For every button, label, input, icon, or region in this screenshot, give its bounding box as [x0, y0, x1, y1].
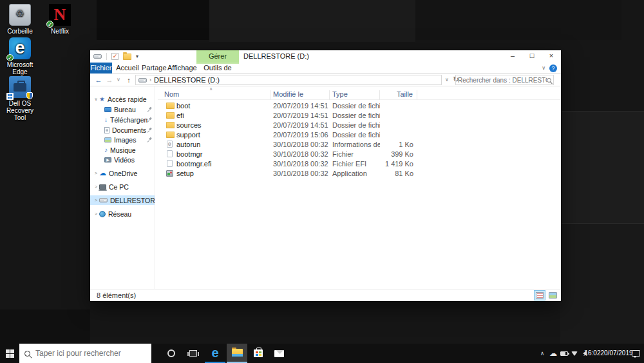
file-row-sources[interactable]: sources 20/07/2019 14:51 Dossier de fich…	[158, 120, 561, 130]
breadcrumb-chevron-icon: ›	[149, 77, 151, 83]
address-bar[interactable]: › DELLRESTORE (D:)	[135, 75, 442, 85]
forward-button[interactable]: →	[104, 74, 115, 86]
chevron-right-icon[interactable]: >	[93, 171, 99, 175]
battery-icon[interactable]	[559, 344, 569, 363]
help-icon[interactable]: ?	[549, 64, 557, 72]
sidebar-item-telechargements[interactable]: ↓ Téléchargements	[90, 115, 155, 124]
edge-icon: e	[211, 346, 218, 360]
sidebar-item-acces-rapide[interactable]: ∨ ★ Accès rapide	[90, 94, 155, 104]
tab-partage[interactable]: Partage	[142, 63, 166, 74]
column-header-modifie-le[interactable]: Modifié le	[270, 90, 330, 100]
manage-contextual-tab[interactable]: Gérer	[196, 50, 239, 63]
cortana-button[interactable]	[162, 344, 180, 363]
desktop-icon-microsoft-edge[interactable]: e ✓ Microsoft Edge	[0, 37, 40, 75]
onedrive-cloud-icon: ☁	[99, 169, 106, 177]
file-modified: 20/07/2019 14:51	[270, 121, 330, 129]
sidebar-item-documents[interactable]: Documents	[90, 125, 155, 135]
action-center-button[interactable]	[627, 344, 644, 363]
task-view-button[interactable]	[184, 344, 202, 363]
window-content: ∨ ★ Accès rapide Bureau ↓ Téléchargement…	[90, 86, 561, 289]
recent-locations-chevron-icon[interactable]: ∨	[115, 74, 122, 86]
window-title: DELLRESTORE (D:)	[243, 50, 309, 63]
column-header-type[interactable]: Type	[330, 90, 380, 100]
chevron-right-icon[interactable]: >	[93, 198, 99, 202]
taskbar-edge-button[interactable]: e	[205, 344, 225, 363]
sidebar-item-onedrive[interactable]: > ☁ OneDrive	[90, 168, 155, 178]
wifi-icon[interactable]	[569, 344, 580, 363]
netflix-letter: N	[54, 5, 66, 24]
column-header-taille[interactable]: Taille	[380, 90, 417, 100]
pane-separator[interactable]	[155, 86, 155, 289]
tab-outils-de-lecteur[interactable]: Outils de lecteur	[196, 63, 239, 74]
column-header-nom[interactable]: Nom	[158, 90, 270, 100]
windows-logo-icon	[6, 349, 14, 358]
sidebar-item-bureau[interactable]: Bureau	[90, 104, 155, 114]
file-row-setup[interactable]: setup 30/10/2018 00:32 Application 81 Ko	[158, 168, 561, 178]
sidebar-item-reseau[interactable]: > Réseau	[90, 209, 155, 219]
quick-access-star-icon: ★	[99, 95, 105, 103]
tab-affichage[interactable]: Affichage	[167, 63, 194, 74]
taskbar-clock[interactable]: 16:02 20/07/2019	[590, 344, 627, 363]
wallpaper-tile	[560, 224, 644, 344]
chevron-down-icon[interactable]: ∨	[93, 97, 99, 102]
file-type: Dossier de fichiers	[330, 112, 380, 119]
taskbar-mail-button[interactable]	[269, 344, 289, 363]
sidebar-item-musique[interactable]: ♪ Musique	[90, 145, 155, 155]
file-row-boot[interactable]: boot 20/07/2019 14:51 Dossier de fichier…	[158, 101, 561, 110]
address-dropdown-chevron-icon[interactable]: ∨	[443, 75, 451, 85]
desktop-icon-recycle-bin[interactable]: ♻ Corbeille	[0, 4, 40, 35]
file-row-autorun[interactable]: ⚙ autorun 30/10/2018 00:32 Informations …	[158, 139, 561, 149]
chevron-right-icon[interactable]: >	[93, 211, 99, 216]
tab-accueil[interactable]: Accueil	[116, 63, 139, 74]
file-list: ∧ Nom Modifié le Type Taille boot 20/07/…	[158, 86, 561, 289]
sidebar-item-images[interactable]: Images	[90, 135, 155, 144]
back-button[interactable]: ←	[93, 74, 104, 86]
file-icon	[167, 150, 173, 157]
tab-fichier[interactable]: Fichier	[90, 63, 112, 74]
minimize-button[interactable]: –	[503, 50, 522, 63]
file-row-bootmgr-efi[interactable]: bootmgr.efi 30/10/2018 00:32 Fichier EFI…	[158, 159, 561, 168]
chevron-right-icon[interactable]: >	[93, 184, 99, 189]
taskbar-store-button[interactable]	[249, 344, 268, 363]
sidebar-item-ce-pc[interactable]: > Ce PC	[90, 182, 155, 191]
desktop-icon-dell-os-recovery-tool[interactable]: Dell OS Recovery Tool	[0, 76, 40, 121]
file-row-support[interactable]: support 20/07/2019 15:06 Dossier de fich…	[158, 130, 561, 139]
hidden-icons-chevron-icon[interactable]: ∧	[537, 344, 547, 363]
close-button[interactable]: ×	[542, 50, 561, 63]
onedrive-tray-icon[interactable]: ☁	[547, 344, 559, 363]
folder-icon	[166, 112, 175, 119]
file-row-bootmgr[interactable]: bootmgr 30/10/2018 00:32 Fichier 399 Ko	[158, 149, 561, 159]
breadcrumb[interactable]: DELLRESTORE (D:)	[154, 76, 220, 84]
new-folder-button[interactable]	[123, 54, 131, 60]
application-icon	[166, 170, 173, 177]
title-bar[interactable]: ✓ ▾ Gérer DELLRESTORE (D:) – □ ×	[90, 50, 561, 63]
notification-icon	[632, 350, 640, 357]
up-button[interactable]: ↑	[124, 74, 134, 86]
config-file-icon: ⚙	[167, 141, 173, 148]
properties-button[interactable]: ✓	[111, 53, 118, 60]
file-name: support	[176, 131, 270, 139]
start-button[interactable]	[0, 344, 19, 363]
taskbar-file-explorer-button[interactable]	[227, 344, 247, 363]
pin-icon	[147, 107, 153, 112]
search-input[interactable]	[458, 77, 547, 84]
sidebar-item-label: Accès rapide	[108, 95, 155, 103]
thumbnails-view-icon	[549, 292, 557, 299]
desktop-icon-netflix[interactable]: N ✓ Netflix	[40, 4, 80, 35]
maximize-button[interactable]: □	[522, 50, 542, 63]
search-box[interactable]	[455, 75, 554, 85]
customize-qat-chevron-icon[interactable]: ▾	[136, 54, 138, 59]
sidebar-item-dellrestore[interactable]: > DELLRESTORE (D:)	[90, 195, 155, 205]
sidebar-item-videos[interactable]: ▶ Vidéos	[90, 155, 155, 164]
taskbar-search-box[interactable]	[19, 344, 151, 363]
details-view-button[interactable]	[534, 290, 545, 300]
ribbon-collapse-chevron-icon[interactable]: ∨	[542, 65, 545, 71]
sidebar-item-label: Ce PC	[109, 183, 155, 191]
taskbar-search-input[interactable]	[35, 349, 146, 358]
file-row-efi[interactable]: efi 20/07/2019 14:51 Dossier de fichiers	[158, 110, 561, 120]
thumbnails-view-button[interactable]	[547, 290, 558, 300]
file-name: bootmgr.efi	[176, 160, 270, 168]
edge-icon: e ✓	[9, 37, 31, 59]
drive-icon	[99, 198, 108, 202]
file-name: autorun	[176, 141, 270, 148]
